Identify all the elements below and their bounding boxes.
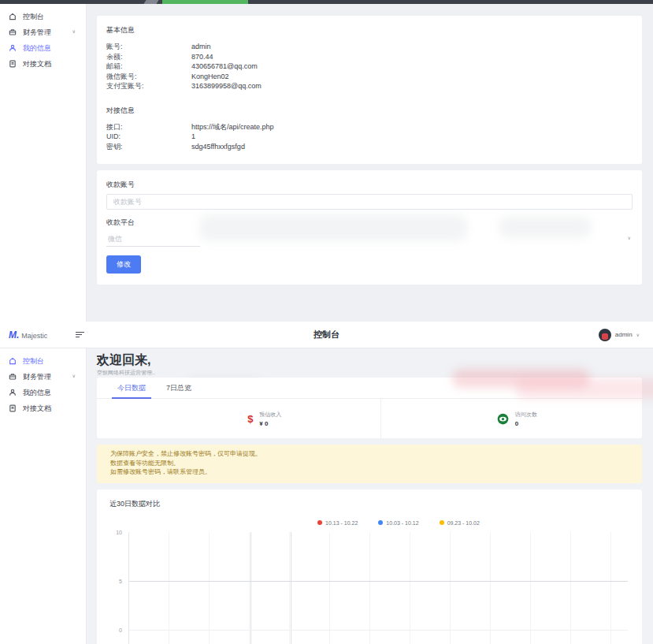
username: admin	[615, 331, 633, 338]
stats-tabs: 今日数据 7日总览	[97, 378, 642, 399]
legend-label: 10.13 - 10.22	[325, 520, 358, 526]
row-value: 1	[191, 132, 195, 142]
profile-main-area: 基本信息 账号: admin 余额: 870.44 邮箱: 430656781@…	[87, 4, 653, 322]
chart-card: 近30日数据对比 10.13 - 10.22 10.03 - 10.12 09.…	[97, 490, 642, 644]
info-row-alipay: 支付宝账号: 3163899958@qq.com	[106, 81, 633, 91]
sidebar-item-label: 控制台	[23, 356, 44, 367]
dashboard-body: 控制台 财务管理 ∨ 我的信息 对接文档 欢迎回来, 空恨网络科技运营管理..	[0, 348, 653, 644]
home-icon	[9, 357, 17, 365]
security-notice: 为保障账户安全，禁止修改账号密码，仅可申请提现。 数据查看等功能无限制。 如需修…	[97, 445, 642, 483]
stat-visits: 访问次数 0	[380, 399, 653, 438]
sidebar-item-my-info[interactable]: 我的信息	[0, 385, 86, 400]
section-gap	[106, 91, 633, 106]
api-info-title: 对接信息	[106, 106, 633, 116]
stats-card: 今日数据 7日总览 $ 预估收入 ¥ 0	[97, 378, 642, 438]
welcome-subtitle: 空恨网络科技运营管理..	[97, 369, 642, 376]
modify-button[interactable]: 修改	[106, 255, 141, 274]
plot-area	[128, 532, 628, 644]
user-menu[interactable]: admin ∨	[599, 329, 653, 341]
chevron-down-icon: ∨	[636, 332, 640, 337]
row-value: KongHen02	[191, 72, 229, 82]
row-value: https://域名/api/create.php	[191, 122, 274, 132]
gridline	[129, 581, 628, 582]
sidebar-item-label: 对接文档	[23, 404, 51, 414]
sidebar-item-label: 我的信息	[23, 43, 51, 54]
info-row-account: 账号: admin	[106, 42, 633, 52]
legend-label: 10.03 - 10.12	[386, 520, 418, 526]
basic-info-title: 基本信息	[106, 25, 633, 35]
sidebar-item-docs[interactable]: 对接文档	[0, 400, 86, 416]
row-label: 微信账号:	[106, 72, 191, 82]
line-chart-plot: 10 5 0	[109, 532, 629, 644]
document-icon	[9, 60, 17, 68]
notice-line: 数据查看等功能无限制。	[110, 459, 629, 468]
row-value: sdg45ffhxxfgsfgd	[191, 142, 245, 152]
sidebar-item-docs[interactable]: 对接文档	[0, 56, 86, 72]
gridline	[291, 532, 291, 644]
basic-info-card: 基本信息 账号: admin 余额: 870.44 邮箱: 430656781@…	[97, 16, 642, 164]
payment-account-label: 收款账号	[106, 180, 633, 190]
stat-value: 0	[515, 420, 537, 427]
sidebar-item-console[interactable]: 控制台	[0, 353, 86, 369]
payment-platform-row: 收款平台 ∨	[106, 218, 633, 247]
welcome-title: 欢迎回来,	[97, 352, 642, 367]
sidebar-item-label: 财务管理	[23, 372, 51, 382]
row-value: 3163899958@qq.com	[191, 81, 262, 91]
row-value: 430656781@qq.com	[191, 61, 258, 72]
menu-toggle-icon[interactable]	[73, 329, 87, 340]
payment-settings-card: 收款账号 收款平台 ∨ 修改	[97, 170, 642, 285]
row-label: 支付宝账号:	[106, 81, 191, 91]
info-row-wechat: 微信账号: KongHen02	[106, 72, 633, 82]
legend-item-blue[interactable]: 10.03 - 10.12	[378, 520, 418, 526]
legend-dot-icon	[440, 520, 444, 525]
brand-mark: M.	[9, 329, 19, 341]
y-axis-tick: 10	[109, 530, 122, 535]
notice-line: 如需修改账号密码，请联系管理员。	[110, 467, 629, 477]
info-row-email: 邮箱: 430656781@qq.com	[106, 61, 633, 72]
row-label: 账号:	[106, 42, 191, 52]
info-row-secret: 密钥: sdg45ffhxxfgsfgd	[106, 142, 633, 152]
payment-account-input[interactable]	[106, 194, 633, 210]
sidebar-bottom: 控制台 财务管理 ∨ 我的信息 对接文档	[0, 348, 87, 644]
sidebar-item-label: 财务管理	[23, 28, 51, 38]
chevron-down-icon: ∨	[72, 374, 76, 378]
tab-7day-overview[interactable]: 7日总览	[166, 378, 191, 398]
chart-title: 近30日数据对比	[109, 499, 629, 509]
row-value: admin	[191, 42, 211, 52]
legend-dot-icon	[317, 520, 322, 525]
stat-value: ¥ 0	[259, 420, 281, 427]
stat-label: 预估收入	[259, 411, 281, 419]
page-title: 控制台	[0, 329, 653, 341]
sidebar-item-console[interactable]: 控制台	[0, 9, 86, 24]
home-icon	[9, 13, 17, 20]
gridline	[129, 630, 628, 631]
gridline	[250, 532, 251, 644]
info-row-balance: 余额: 870.44	[106, 52, 633, 62]
sidebar-item-finance[interactable]: 财务管理 ∨	[0, 369, 86, 385]
profile-page-panel: 控制台 财务管理 ∨ 我的信息 对接文档 基本信息 账号: admin 余额: …	[0, 4, 653, 322]
payment-platform-label: 收款平台	[106, 218, 633, 228]
tab-today-data[interactable]: 今日数据	[117, 378, 146, 398]
payment-platform-input[interactable]	[106, 232, 200, 247]
y-axis-tick: 5	[109, 579, 122, 584]
row-value: 870.44	[191, 52, 213, 62]
brand-logo[interactable]: M. Majestic	[0, 329, 69, 341]
sidebar-item-my-info[interactable]: 我的信息	[0, 40, 86, 56]
sidebar-top: 控制台 财务管理 ∨ 我的信息 对接文档	[0, 4, 87, 322]
row-label: 密钥:	[106, 142, 191, 152]
sidebar-item-finance[interactable]: 财务管理 ∨	[0, 24, 86, 40]
finance-icon	[9, 373, 17, 381]
dashboard-main-area: 欢迎回来, 空恨网络科技运营管理.. 今日数据 7日总览 $ 预估收入 ¥ 0	[87, 348, 653, 644]
brand-name: Majestic	[21, 332, 47, 340]
info-row-endpoint: 接口: https://域名/api/create.php	[106, 122, 633, 132]
stats-row: $ 预估收入 ¥ 0 访问次数	[97, 399, 642, 438]
eye-icon	[497, 413, 509, 425]
select-caret-icon[interactable]: ∨	[628, 235, 631, 240]
chart-legend: 10.13 - 10.22 10.03 - 10.12 09.23 - 10.0…	[109, 520, 629, 526]
sidebar-item-label: 我的信息	[23, 388, 51, 398]
dashboard-panel: M. Majestic 控制台 admin ∨ 控制台 财务管理 ∨ 我的信息	[0, 322, 653, 644]
legend-item-red[interactable]: 10.13 - 10.22	[317, 520, 358, 526]
y-axis-tick: 0	[109, 627, 122, 633]
legend-item-yellow[interactable]: 09.23 - 10.02	[440, 520, 480, 526]
chevron-down-icon: ∨	[72, 29, 76, 34]
